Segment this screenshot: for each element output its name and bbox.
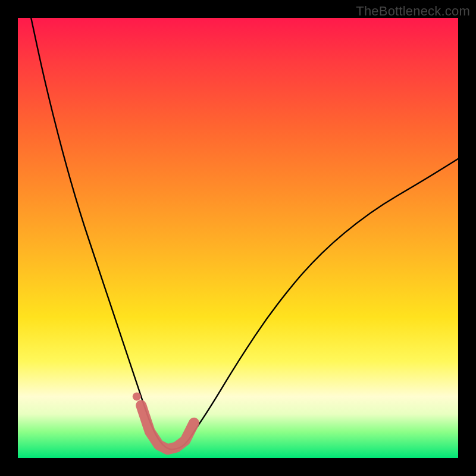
chart-frame: TheBottleneck.com (0, 0, 476, 476)
valley-dot (133, 392, 141, 400)
plot-area (18, 18, 458, 458)
chart-svg (18, 18, 458, 458)
valley-highlight (141, 405, 194, 449)
watermark-text: TheBottleneck.com (356, 4, 470, 19)
bottleneck-curve (31, 18, 458, 449)
